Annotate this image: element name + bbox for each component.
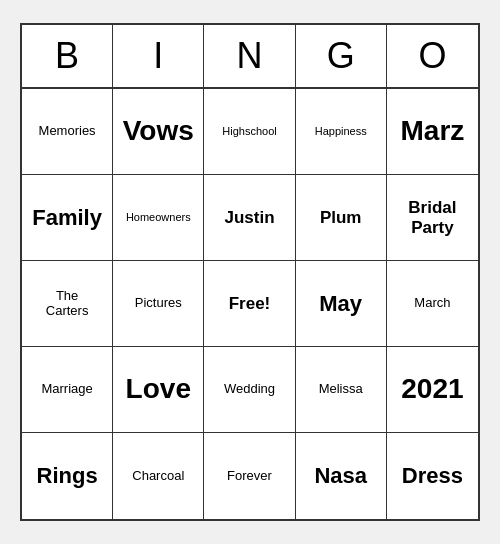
bingo-grid: MemoriesVowsHighschoolHappinessMarzFamil… — [22, 89, 478, 519]
cell-text: Dress — [402, 463, 463, 488]
cell-text: Free! — [229, 294, 271, 314]
cell-text: Wedding — [224, 382, 275, 397]
cell-text: Melissa — [319, 382, 363, 397]
cell-text: March — [414, 296, 450, 311]
cell-text: Family — [32, 205, 102, 230]
header-letter: I — [113, 25, 204, 87]
bingo-cell: Dress — [387, 433, 478, 519]
bingo-cell: Charcoal — [113, 433, 204, 519]
bingo-cell: March — [387, 261, 478, 347]
cell-text: Pictures — [135, 296, 182, 311]
bingo-cell: Marriage — [22, 347, 113, 433]
header-letter: O — [387, 25, 478, 87]
bingo-cell: 2021 — [387, 347, 478, 433]
header-letter: G — [296, 25, 387, 87]
cell-text: Marz — [400, 115, 464, 147]
cell-text: TheCarters — [46, 289, 89, 319]
bingo-cell: Vows — [113, 89, 204, 175]
bingo-cell: Memories — [22, 89, 113, 175]
cell-text: 2021 — [401, 373, 463, 405]
bingo-cell: Rings — [22, 433, 113, 519]
cell-text: Charcoal — [132, 469, 184, 484]
bingo-card: BINGO MemoriesVowsHighschoolHappinessMar… — [20, 23, 480, 521]
cell-text: Rings — [37, 463, 98, 488]
bingo-cell: Melissa — [296, 347, 387, 433]
cell-text: Highschool — [222, 125, 276, 138]
bingo-cell: Plum — [296, 175, 387, 261]
cell-text: Plum — [320, 208, 362, 228]
cell-text: Memories — [39, 124, 96, 139]
bingo-cell: Homeowners — [113, 175, 204, 261]
cell-text: Love — [126, 373, 191, 405]
cell-text: May — [319, 291, 362, 316]
bingo-cell: Highschool — [204, 89, 295, 175]
cell-text: Marriage — [41, 382, 92, 397]
cell-text: Nasa — [314, 463, 367, 488]
cell-text: Vows — [123, 115, 194, 147]
cell-text: Forever — [227, 469, 272, 484]
bingo-cell: Wedding — [204, 347, 295, 433]
header-letter: B — [22, 25, 113, 87]
bingo-cell: Justin — [204, 175, 295, 261]
bingo-cell: Family — [22, 175, 113, 261]
bingo-cell: Pictures — [113, 261, 204, 347]
bingo-cell: Nasa — [296, 433, 387, 519]
cell-text: Justin — [224, 208, 274, 228]
bingo-cell: Free! — [204, 261, 295, 347]
cell-text: Homeowners — [126, 211, 191, 224]
bingo-cell: Love — [113, 347, 204, 433]
bingo-header: BINGO — [22, 25, 478, 89]
bingo-cell: Forever — [204, 433, 295, 519]
header-letter: N — [204, 25, 295, 87]
bingo-cell: Happiness — [296, 89, 387, 175]
bingo-cell: May — [296, 261, 387, 347]
bingo-cell: TheCarters — [22, 261, 113, 347]
bingo-cell: BridalParty — [387, 175, 478, 261]
cell-text: BridalParty — [408, 198, 456, 237]
bingo-cell: Marz — [387, 89, 478, 175]
cell-text: Happiness — [315, 125, 367, 138]
